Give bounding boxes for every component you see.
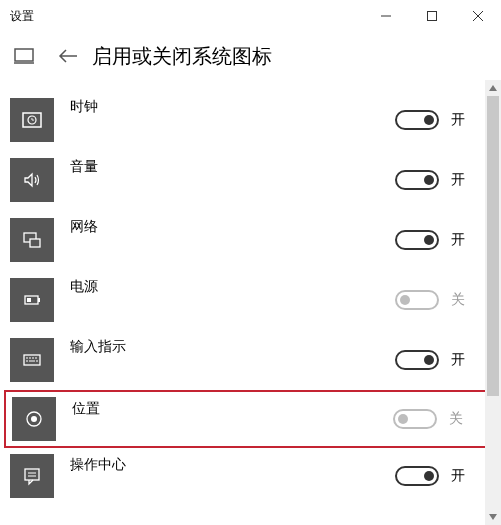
title-bar: 设置 xyxy=(0,0,501,32)
scroll-down-arrow[interactable] xyxy=(485,509,501,525)
svg-rect-1 xyxy=(15,49,33,61)
svg-rect-9 xyxy=(24,355,40,365)
page-title: 启用或关闭系统图标 xyxy=(92,43,272,70)
window-title: 设置 xyxy=(0,8,34,25)
row-label: 音量 xyxy=(70,150,98,176)
state-action-center: 开 xyxy=(451,467,481,485)
toggle-network[interactable] xyxy=(395,230,439,250)
row-label: 电源 xyxy=(70,270,98,296)
svg-rect-7 xyxy=(38,298,40,302)
state-power: 关 xyxy=(451,291,481,309)
back-button[interactable] xyxy=(48,32,88,80)
toggle-volume[interactable] xyxy=(395,170,439,190)
scrollbar[interactable] xyxy=(485,80,501,525)
row-label: 时钟 xyxy=(70,90,98,116)
row-label: 输入指示 xyxy=(70,330,126,356)
row-label: 位置 xyxy=(72,392,100,418)
scroll-up-arrow[interactable] xyxy=(485,80,501,96)
toggle-clock[interactable] xyxy=(395,110,439,130)
settings-list: 时钟 开 音量 开 网络 开 电源 关 输入指示 xyxy=(0,80,501,504)
scrollbar-thumb[interactable] xyxy=(487,96,499,396)
network-icon xyxy=(10,218,54,262)
state-location: 关 xyxy=(449,410,479,428)
row-location: 位置 关 xyxy=(4,390,493,448)
row-power: 电源 关 xyxy=(0,270,501,330)
row-label: 操作中心 xyxy=(70,448,126,474)
svg-rect-12 xyxy=(25,469,39,480)
location-icon xyxy=(12,397,56,441)
svg-rect-0 xyxy=(428,12,437,21)
svg-rect-5 xyxy=(30,239,40,247)
minimize-button[interactable] xyxy=(363,0,409,32)
state-clock: 开 xyxy=(451,111,481,129)
close-button[interactable] xyxy=(455,0,501,32)
maximize-button[interactable] xyxy=(409,0,455,32)
keyboard-icon xyxy=(10,338,54,382)
toggle-ime[interactable] xyxy=(395,350,439,370)
row-ime: 输入指示 开 xyxy=(0,330,501,390)
row-network: 网络 开 xyxy=(0,210,501,270)
volume-icon xyxy=(10,158,54,202)
power-icon xyxy=(10,278,54,322)
row-label: 网络 xyxy=(70,210,98,236)
state-network: 开 xyxy=(451,231,481,249)
state-volume: 开 xyxy=(451,171,481,189)
row-volume: 音量 开 xyxy=(0,150,501,210)
page-header: 启用或关闭系统图标 xyxy=(0,32,501,80)
action-center-icon xyxy=(10,454,54,498)
toggle-location xyxy=(393,409,437,429)
toggle-power xyxy=(395,290,439,310)
device-icon[interactable] xyxy=(0,32,48,80)
svg-point-11 xyxy=(31,416,37,422)
svg-rect-8 xyxy=(27,298,31,302)
clock-icon xyxy=(10,98,54,142)
state-ime: 开 xyxy=(451,351,481,369)
svg-rect-6 xyxy=(25,296,38,304)
row-action-center: 操作中心 开 xyxy=(0,448,501,504)
row-clock: 时钟 开 xyxy=(0,90,501,150)
toggle-action-center[interactable] xyxy=(395,466,439,486)
